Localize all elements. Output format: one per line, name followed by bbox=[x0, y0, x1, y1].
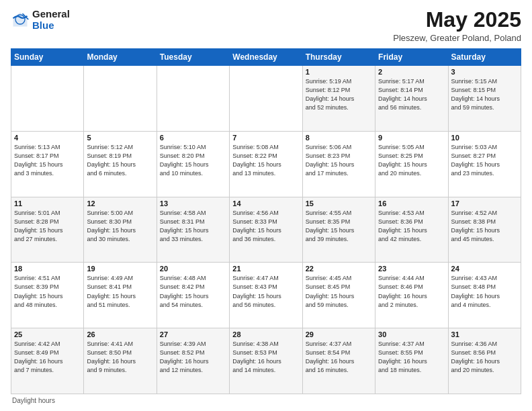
col-sunday: Sunday bbox=[11, 49, 84, 66]
day-info: Sunrise: 4:39 AM Sunset: 8:52 PM Dayligh… bbox=[160, 340, 226, 375]
title-month: May 2025 bbox=[393, 8, 521, 32]
table-row: 21Sunrise: 4:47 AM Sunset: 8:43 PM Dayli… bbox=[230, 263, 302, 328]
table-row: 11Sunrise: 5:01 AM Sunset: 8:28 PM Dayli… bbox=[11, 197, 84, 263]
calendar-week-row: 4Sunrise: 5:13 AM Sunset: 8:17 PM Daylig… bbox=[11, 131, 521, 197]
day-number: 5 bbox=[87, 134, 153, 142]
table-row: 18Sunrise: 4:51 AM Sunset: 8:39 PM Dayli… bbox=[11, 263, 84, 328]
table-row: 31Sunrise: 4:36 AM Sunset: 8:56 PM Dayli… bbox=[448, 328, 521, 394]
day-info: Sunrise: 4:37 AM Sunset: 8:54 PM Dayligh… bbox=[306, 340, 372, 375]
day-number: 9 bbox=[378, 134, 445, 142]
day-number: 20 bbox=[160, 265, 226, 273]
day-number: 4 bbox=[14, 134, 81, 142]
table-row bbox=[11, 66, 84, 132]
day-info: Sunrise: 5:03 AM Sunset: 8:27 PM Dayligh… bbox=[451, 143, 518, 178]
day-number: 10 bbox=[451, 134, 518, 142]
day-info: Sunrise: 4:52 AM Sunset: 8:38 PM Dayligh… bbox=[451, 209, 518, 244]
calendar-week-row: 18Sunrise: 4:51 AM Sunset: 8:39 PM Dayli… bbox=[11, 263, 521, 328]
day-info: Sunrise: 4:44 AM Sunset: 8:46 PM Dayligh… bbox=[378, 274, 445, 309]
col-thursday: Thursday bbox=[302, 49, 375, 66]
table-row: 13Sunrise: 4:58 AM Sunset: 8:31 PM Dayli… bbox=[157, 197, 229, 263]
day-info: Sunrise: 4:56 AM Sunset: 8:33 PM Dayligh… bbox=[232, 209, 299, 244]
day-number: 12 bbox=[87, 199, 153, 208]
table-row: 29Sunrise: 4:37 AM Sunset: 8:54 PM Dayli… bbox=[302, 328, 375, 394]
logo-icon bbox=[11, 10, 30, 29]
day-info: Sunrise: 5:01 AM Sunset: 8:28 PM Dayligh… bbox=[14, 209, 81, 244]
table-row: 25Sunrise: 4:42 AM Sunset: 8:49 PM Dayli… bbox=[11, 328, 84, 394]
day-number: 27 bbox=[160, 330, 226, 338]
day-info: Sunrise: 5:00 AM Sunset: 8:30 PM Dayligh… bbox=[87, 209, 153, 244]
day-number: 21 bbox=[232, 265, 299, 273]
calendar-table: Sunday Monday Tuesday Wednesday Thursday… bbox=[11, 48, 521, 394]
table-row: 24Sunrise: 4:43 AM Sunset: 8:48 PM Dayli… bbox=[448, 263, 521, 328]
day-number: 26 bbox=[87, 330, 153, 338]
day-info: Sunrise: 4:58 AM Sunset: 8:31 PM Dayligh… bbox=[160, 209, 226, 244]
day-info: Sunrise: 4:47 AM Sunset: 8:43 PM Dayligh… bbox=[232, 274, 299, 309]
col-wednesday: Wednesday bbox=[230, 49, 302, 66]
day-info: Sunrise: 5:06 AM Sunset: 8:23 PM Dayligh… bbox=[306, 143, 372, 178]
table-row: 28Sunrise: 4:38 AM Sunset: 8:53 PM Dayli… bbox=[230, 328, 302, 394]
day-number: 31 bbox=[451, 330, 518, 338]
title-location: Pleszew, Greater Poland, Poland bbox=[393, 33, 521, 43]
table-row: 16Sunrise: 4:53 AM Sunset: 8:36 PM Dayli… bbox=[375, 197, 448, 263]
day-number: 13 bbox=[160, 199, 226, 208]
day-info: Sunrise: 5:08 AM Sunset: 8:22 PM Dayligh… bbox=[232, 143, 299, 178]
day-number: 11 bbox=[14, 199, 81, 208]
day-number: 19 bbox=[87, 265, 153, 273]
day-info: Sunrise: 5:19 AM Sunset: 8:12 PM Dayligh… bbox=[306, 77, 372, 112]
table-row: 10Sunrise: 5:03 AM Sunset: 8:27 PM Dayli… bbox=[448, 131, 521, 197]
calendar-week-row: 25Sunrise: 4:42 AM Sunset: 8:49 PM Dayli… bbox=[11, 328, 521, 394]
logo-general: General bbox=[32, 8, 70, 19]
day-info: Sunrise: 4:51 AM Sunset: 8:39 PM Dayligh… bbox=[14, 274, 81, 309]
day-info: Sunrise: 4:49 AM Sunset: 8:41 PM Dayligh… bbox=[87, 274, 153, 309]
calendar-header-row: Sunday Monday Tuesday Wednesday Thursday… bbox=[11, 49, 521, 66]
day-number: 25 bbox=[14, 330, 81, 338]
table-row: 5Sunrise: 5:12 AM Sunset: 8:19 PM Daylig… bbox=[84, 131, 157, 197]
day-info: Sunrise: 4:43 AM Sunset: 8:48 PM Dayligh… bbox=[451, 274, 518, 309]
day-number: 30 bbox=[378, 330, 445, 338]
day-number: 28 bbox=[232, 330, 299, 338]
footer-text: Daylight hours bbox=[12, 397, 55, 404]
calendar-week-row: 11Sunrise: 5:01 AM Sunset: 8:28 PM Dayli… bbox=[11, 197, 521, 263]
day-info: Sunrise: 4:48 AM Sunset: 8:42 PM Dayligh… bbox=[160, 274, 226, 309]
table-row bbox=[84, 66, 157, 132]
day-number: 15 bbox=[306, 199, 372, 208]
day-info: Sunrise: 4:42 AM Sunset: 8:49 PM Dayligh… bbox=[14, 340, 81, 375]
table-row: 3Sunrise: 5:15 AM Sunset: 8:15 PM Daylig… bbox=[448, 66, 521, 132]
logo-blue: Blue bbox=[32, 19, 70, 31]
day-info: Sunrise: 4:36 AM Sunset: 8:56 PM Dayligh… bbox=[451, 340, 518, 375]
day-number: 23 bbox=[378, 265, 445, 273]
day-number: 1 bbox=[306, 68, 372, 76]
table-row: 8Sunrise: 5:06 AM Sunset: 8:23 PM Daylig… bbox=[302, 131, 375, 197]
day-info: Sunrise: 5:15 AM Sunset: 8:15 PM Dayligh… bbox=[451, 77, 518, 112]
day-number: 24 bbox=[451, 265, 518, 273]
table-row: 2Sunrise: 5:17 AM Sunset: 8:14 PM Daylig… bbox=[375, 66, 448, 132]
table-row: 1Sunrise: 5:19 AM Sunset: 8:12 PM Daylig… bbox=[302, 66, 375, 132]
day-info: Sunrise: 4:37 AM Sunset: 8:55 PM Dayligh… bbox=[378, 340, 445, 375]
page: General Blue May 2025 Pleszew, Greater P… bbox=[0, 0, 532, 411]
day-number: 22 bbox=[306, 265, 372, 273]
day-number: 8 bbox=[306, 134, 372, 142]
day-number: 3 bbox=[451, 68, 518, 76]
day-info: Sunrise: 5:12 AM Sunset: 8:19 PM Dayligh… bbox=[87, 143, 153, 178]
table-row: 26Sunrise: 4:41 AM Sunset: 8:50 PM Dayli… bbox=[84, 328, 157, 394]
day-number: 7 bbox=[232, 134, 299, 142]
day-info: Sunrise: 4:41 AM Sunset: 8:50 PM Dayligh… bbox=[87, 340, 153, 375]
logo: General Blue bbox=[11, 8, 70, 31]
table-row: 22Sunrise: 4:45 AM Sunset: 8:45 PM Dayli… bbox=[302, 263, 375, 328]
logo-text: General Blue bbox=[32, 8, 70, 31]
day-info: Sunrise: 4:55 AM Sunset: 8:35 PM Dayligh… bbox=[306, 209, 372, 244]
table-row bbox=[230, 66, 302, 132]
table-row: 20Sunrise: 4:48 AM Sunset: 8:42 PM Dayli… bbox=[157, 263, 229, 328]
day-number: 14 bbox=[232, 199, 299, 208]
table-row: 9Sunrise: 5:05 AM Sunset: 8:25 PM Daylig… bbox=[375, 131, 448, 197]
table-row: 4Sunrise: 5:13 AM Sunset: 8:17 PM Daylig… bbox=[11, 131, 84, 197]
col-saturday: Saturday bbox=[448, 49, 521, 66]
col-friday: Friday bbox=[375, 49, 448, 66]
col-monday: Monday bbox=[84, 49, 157, 66]
day-number: 6 bbox=[160, 134, 226, 142]
title-block: May 2025 Pleszew, Greater Poland, Poland bbox=[393, 8, 521, 43]
table-row: 30Sunrise: 4:37 AM Sunset: 8:55 PM Dayli… bbox=[375, 328, 448, 394]
table-row: 23Sunrise: 4:44 AM Sunset: 8:46 PM Dayli… bbox=[375, 263, 448, 328]
header: General Blue May 2025 Pleszew, Greater P… bbox=[11, 8, 521, 43]
calendar-week-row: 1Sunrise: 5:19 AM Sunset: 8:12 PM Daylig… bbox=[11, 66, 521, 132]
